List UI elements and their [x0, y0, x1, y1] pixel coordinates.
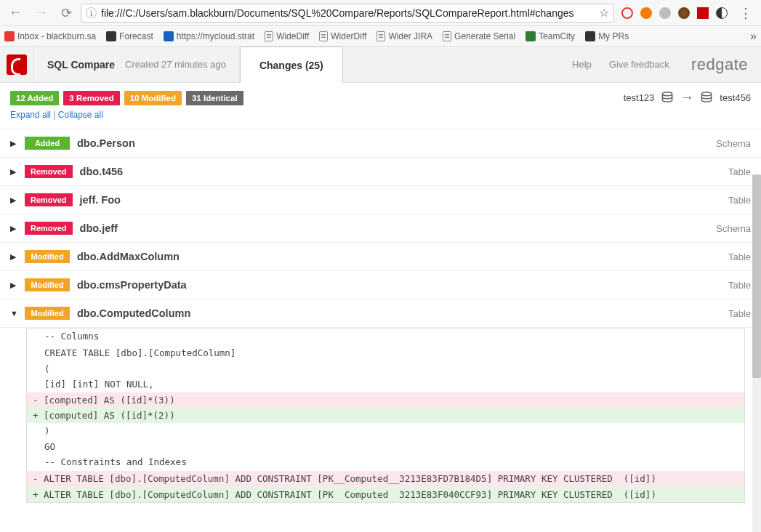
ext-contrast-icon[interactable] [716, 7, 728, 19]
change-row[interactable]: ▶Addeddbo.PersonSchema [0, 129, 761, 158]
caret-right-icon[interactable]: ▶ [10, 196, 17, 205]
bookmark-item[interactable]: My PRs [585, 31, 629, 41]
target-db-label: test456 [720, 92, 751, 103]
ext-cookie-icon[interactable] [678, 7, 690, 19]
ext-redgate-icon[interactable] [697, 7, 709, 19]
badge-added[interactable]: 12 Added [10, 91, 59, 105]
caret-right-icon[interactable]: ▶ [10, 224, 17, 233]
browser-nav-bar: ← → ⟳ i file:///C:/Users/sam.blackburn/D… [0, 0, 761, 26]
document-icon [377, 31, 385, 41]
app-title-tile[interactable]: SQL Compare Created 27 minutes ago [33, 47, 240, 82]
diff-line-added: + ALTER TABLE [dbo].[ComputedColumn] ADD… [27, 487, 744, 502]
feedback-link[interactable]: Give feedback [600, 47, 678, 82]
badge-removed[interactable]: 3 Removed [63, 91, 119, 105]
summary-row: 12 Added 3 Removed 10 Modified 31 Identi… [0, 83, 761, 108]
bookmark-item[interactable]: WiderDiff [319, 31, 366, 41]
change-row[interactable]: ▶Removedjeff. FooTable [0, 186, 761, 214]
scrollbar[interactable] [752, 174, 761, 513]
site-info-icon[interactable]: i [86, 7, 97, 18]
app-logo [0, 47, 33, 82]
collapse-all-link[interactable]: Collapse all [58, 110, 103, 120]
diff-line: [id] [int] NOT NULL, [27, 376, 744, 392]
expand-controls: Expand all | Collapse all [0, 108, 761, 129]
badge-modified[interactable]: 10 Modified [124, 91, 182, 105]
diff-line-added: + [computed] AS ([id]*(2)) [27, 408, 744, 423]
object-name: jeff. Foo [80, 194, 121, 206]
object-name: dbo.ComputedColumn [77, 307, 190, 319]
object-name: dbo.Person [77, 137, 135, 149]
document-icon [319, 31, 328, 41]
db-compare: test123 → test456 [624, 90, 751, 105]
bookmark-item[interactable]: Inbox - blackburn.sa [4, 31, 96, 41]
bookmark-label: WiderDiff [331, 31, 366, 41]
source-db-label: test123 [624, 92, 655, 103]
status-badge: Modified [25, 278, 70, 291]
created-time: Created 27 minutes ago [125, 59, 226, 70]
bookmark-label: https://mycloud.strat [177, 31, 254, 41]
back-button[interactable]: ← [4, 4, 26, 22]
bookmark-label: Generate Serial [454, 31, 515, 41]
ext-profile-icon[interactable] [659, 7, 671, 19]
caret-right-icon[interactable]: ▶ [10, 252, 17, 262]
change-row[interactable]: ▶Modifieddbo.cmsPropertyDataTable [0, 271, 761, 299]
diff-line: ) [27, 423, 744, 438]
change-row[interactable]: ▼Modifieddbo.ComputedColumnTable [0, 299, 761, 328]
bookmark-item[interactable]: https://mycloud.strat [164, 31, 254, 41]
diff-line: GO [27, 439, 744, 454]
change-row[interactable]: ▶Modifieddbo.AddMaxColumnTable [0, 243, 761, 271]
diff-line: CREATE TABLE [dbo].[ComputedColumn] [27, 345, 744, 360]
diff-line: -- Constraints and Indexes [27, 454, 744, 469]
address-bar[interactable]: i file:///C:/Users/sam.blackburn/Documen… [81, 4, 614, 23]
status-badge: Removed [25, 165, 73, 178]
object-name: dbo.t456 [80, 166, 124, 177]
bookmark-item[interactable]: Generate Serial [443, 31, 515, 41]
reload-button[interactable]: ⟳ [57, 4, 76, 23]
svg-point-0 [663, 92, 672, 95]
change-row[interactable]: ▶Removeddbo.jeffSchema [0, 214, 761, 243]
caret-right-icon[interactable]: ▶ [10, 281, 17, 290]
forward-button[interactable]: → [31, 4, 52, 22]
object-type: Table [728, 166, 751, 177]
bookmark-star-icon[interactable]: ☆ [599, 6, 609, 20]
bookmark-item[interactable]: Wider JIRA [377, 31, 432, 41]
object-type: Table [728, 195, 751, 206]
object-type: Schema [716, 223, 751, 234]
bookmark-item[interactable]: TeamCity [526, 31, 575, 41]
bookmark-label: My PRs [598, 31, 629, 41]
bookmark-item[interactable]: Forecast [106, 31, 153, 41]
favicon [164, 31, 174, 41]
caret-right-icon[interactable]: ▶ [10, 167, 17, 177]
bookmark-item[interactable]: WideDiff [265, 31, 309, 41]
status-badge: Modified [25, 307, 70, 320]
ext-opera-icon[interactable] [621, 7, 633, 19]
url-text: file:///C:/Users/sam.blackburn/Documents… [101, 7, 595, 19]
badge-identical[interactable]: 31 Identical [186, 91, 243, 105]
app-header: SQL Compare Created 27 minutes ago Chang… [0, 47, 761, 83]
change-row[interactable]: ▶Removeddbo.t456Table [0, 158, 761, 186]
arrow-right-icon: → [680, 90, 693, 105]
chrome-menu-button[interactable]: ⋮ [735, 5, 757, 21]
status-badge: Removed [25, 222, 73, 235]
favicon [526, 31, 536, 41]
bookmark-label: Forecast [119, 31, 153, 41]
ext-ubuntu-icon[interactable] [640, 7, 652, 19]
changes-list: ▶Addeddbo.PersonSchema▶Removeddbo.t456Ta… [0, 129, 761, 503]
bookmarks-overflow-icon[interactable]: » [750, 30, 757, 43]
database-icon [660, 91, 675, 105]
document-icon [265, 31, 273, 41]
object-type: Schema [716, 138, 751, 149]
expand-all-link[interactable]: Expand all [10, 110, 51, 120]
diff-line-removed: - ALTER TABLE [dbo].[ComputedColumn] ADD… [27, 471, 744, 486]
tab-changes[interactable]: Changes (25) [240, 47, 343, 83]
scrollbar-thumb[interactable] [752, 174, 761, 378]
object-type: Table [728, 280, 751, 291]
diff-line: ( [27, 361, 744, 376]
bookmarks-bar: Inbox - blackburn.saForecasthttps://mycl… [0, 26, 761, 47]
brand-logo: redgate [678, 47, 761, 82]
app-name: SQL Compare [47, 59, 115, 70]
caret-right-icon[interactable]: ▶ [10, 139, 17, 148]
caret-down-icon[interactable]: ▼ [10, 309, 17, 318]
help-link[interactable]: Help [563, 47, 600, 82]
diff-line: -- Columns [27, 329, 744, 344]
bookmark-label: TeamCity [539, 31, 575, 41]
